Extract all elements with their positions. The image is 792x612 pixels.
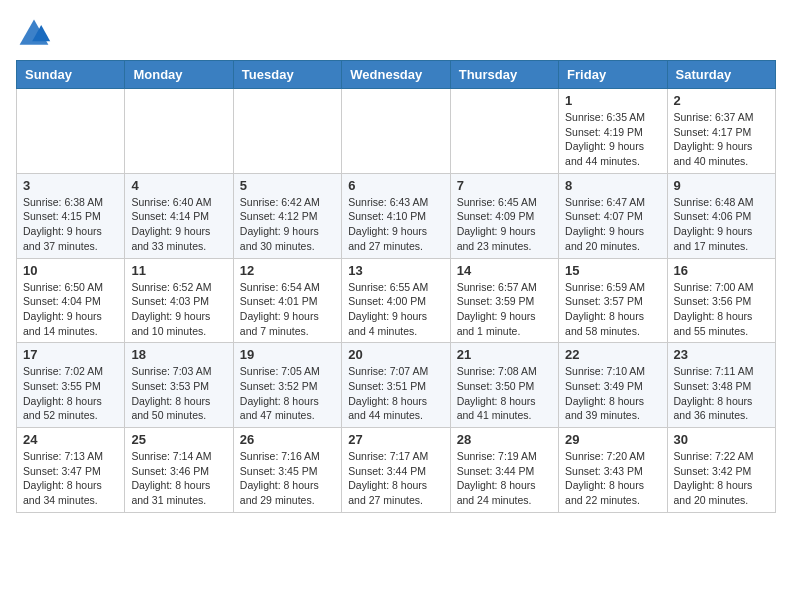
calendar-cell: 18Sunrise: 7:03 AM Sunset: 3:53 PM Dayli… — [125, 343, 233, 428]
day-detail: Sunrise: 6:37 AM Sunset: 4:17 PM Dayligh… — [674, 110, 769, 169]
calendar-cell: 9Sunrise: 6:48 AM Sunset: 4:06 PM Daylig… — [667, 173, 775, 258]
calendar-cell: 26Sunrise: 7:16 AM Sunset: 3:45 PM Dayli… — [233, 428, 341, 513]
day-detail: Sunrise: 6:38 AM Sunset: 4:15 PM Dayligh… — [23, 195, 118, 254]
day-detail: Sunrise: 7:00 AM Sunset: 3:56 PM Dayligh… — [674, 280, 769, 339]
calendar-week-row: 3Sunrise: 6:38 AM Sunset: 4:15 PM Daylig… — [17, 173, 776, 258]
day-detail: Sunrise: 6:59 AM Sunset: 3:57 PM Dayligh… — [565, 280, 660, 339]
calendar-week-row: 10Sunrise: 6:50 AM Sunset: 4:04 PM Dayli… — [17, 258, 776, 343]
calendar-cell: 30Sunrise: 7:22 AM Sunset: 3:42 PM Dayli… — [667, 428, 775, 513]
calendar-cell: 7Sunrise: 6:45 AM Sunset: 4:09 PM Daylig… — [450, 173, 558, 258]
day-detail: Sunrise: 7:17 AM Sunset: 3:44 PM Dayligh… — [348, 449, 443, 508]
day-number: 14 — [457, 263, 552, 278]
calendar-table: SundayMondayTuesdayWednesdayThursdayFrid… — [16, 60, 776, 513]
day-number: 22 — [565, 347, 660, 362]
calendar-header-row: SundayMondayTuesdayWednesdayThursdayFrid… — [17, 61, 776, 89]
day-detail: Sunrise: 7:19 AM Sunset: 3:44 PM Dayligh… — [457, 449, 552, 508]
day-detail: Sunrise: 7:10 AM Sunset: 3:49 PM Dayligh… — [565, 364, 660, 423]
day-detail: Sunrise: 6:54 AM Sunset: 4:01 PM Dayligh… — [240, 280, 335, 339]
calendar-header-saturday: Saturday — [667, 61, 775, 89]
day-number: 19 — [240, 347, 335, 362]
day-detail: Sunrise: 6:45 AM Sunset: 4:09 PM Dayligh… — [457, 195, 552, 254]
day-number: 24 — [23, 432, 118, 447]
day-detail: Sunrise: 6:40 AM Sunset: 4:14 PM Dayligh… — [131, 195, 226, 254]
calendar-cell — [450, 89, 558, 174]
day-number: 9 — [674, 178, 769, 193]
calendar-cell: 15Sunrise: 6:59 AM Sunset: 3:57 PM Dayli… — [559, 258, 667, 343]
logo — [16, 16, 56, 52]
calendar-week-row: 24Sunrise: 7:13 AM Sunset: 3:47 PM Dayli… — [17, 428, 776, 513]
calendar-cell: 23Sunrise: 7:11 AM Sunset: 3:48 PM Dayli… — [667, 343, 775, 428]
calendar-cell: 24Sunrise: 7:13 AM Sunset: 3:47 PM Dayli… — [17, 428, 125, 513]
calendar-week-row: 1Sunrise: 6:35 AM Sunset: 4:19 PM Daylig… — [17, 89, 776, 174]
calendar-header-friday: Friday — [559, 61, 667, 89]
day-number: 20 — [348, 347, 443, 362]
day-detail: Sunrise: 6:43 AM Sunset: 4:10 PM Dayligh… — [348, 195, 443, 254]
calendar-cell: 29Sunrise: 7:20 AM Sunset: 3:43 PM Dayli… — [559, 428, 667, 513]
calendar-header-thursday: Thursday — [450, 61, 558, 89]
day-detail: Sunrise: 6:35 AM Sunset: 4:19 PM Dayligh… — [565, 110, 660, 169]
day-number: 10 — [23, 263, 118, 278]
day-number: 18 — [131, 347, 226, 362]
calendar-cell — [17, 89, 125, 174]
day-detail: Sunrise: 7:02 AM Sunset: 3:55 PM Dayligh… — [23, 364, 118, 423]
day-number: 2 — [674, 93, 769, 108]
day-number: 5 — [240, 178, 335, 193]
calendar-cell: 27Sunrise: 7:17 AM Sunset: 3:44 PM Dayli… — [342, 428, 450, 513]
calendar-cell: 3Sunrise: 6:38 AM Sunset: 4:15 PM Daylig… — [17, 173, 125, 258]
day-detail: Sunrise: 7:22 AM Sunset: 3:42 PM Dayligh… — [674, 449, 769, 508]
day-detail: Sunrise: 7:16 AM Sunset: 3:45 PM Dayligh… — [240, 449, 335, 508]
calendar-cell: 4Sunrise: 6:40 AM Sunset: 4:14 PM Daylig… — [125, 173, 233, 258]
calendar-header-monday: Monday — [125, 61, 233, 89]
logo-icon — [16, 16, 52, 52]
calendar-cell: 25Sunrise: 7:14 AM Sunset: 3:46 PM Dayli… — [125, 428, 233, 513]
day-detail: Sunrise: 6:42 AM Sunset: 4:12 PM Dayligh… — [240, 195, 335, 254]
calendar-cell: 2Sunrise: 6:37 AM Sunset: 4:17 PM Daylig… — [667, 89, 775, 174]
calendar-cell: 16Sunrise: 7:00 AM Sunset: 3:56 PM Dayli… — [667, 258, 775, 343]
day-number: 7 — [457, 178, 552, 193]
day-detail: Sunrise: 7:13 AM Sunset: 3:47 PM Dayligh… — [23, 449, 118, 508]
day-detail: Sunrise: 6:52 AM Sunset: 4:03 PM Dayligh… — [131, 280, 226, 339]
calendar-cell: 14Sunrise: 6:57 AM Sunset: 3:59 PM Dayli… — [450, 258, 558, 343]
calendar-cell — [342, 89, 450, 174]
day-number: 12 — [240, 263, 335, 278]
day-detail: Sunrise: 7:08 AM Sunset: 3:50 PM Dayligh… — [457, 364, 552, 423]
calendar-cell: 5Sunrise: 6:42 AM Sunset: 4:12 PM Daylig… — [233, 173, 341, 258]
day-detail: Sunrise: 6:55 AM Sunset: 4:00 PM Dayligh… — [348, 280, 443, 339]
day-number: 4 — [131, 178, 226, 193]
calendar-cell: 8Sunrise: 6:47 AM Sunset: 4:07 PM Daylig… — [559, 173, 667, 258]
day-number: 21 — [457, 347, 552, 362]
calendar-cell — [233, 89, 341, 174]
calendar-week-row: 17Sunrise: 7:02 AM Sunset: 3:55 PM Dayli… — [17, 343, 776, 428]
calendar-cell: 10Sunrise: 6:50 AM Sunset: 4:04 PM Dayli… — [17, 258, 125, 343]
day-detail: Sunrise: 6:50 AM Sunset: 4:04 PM Dayligh… — [23, 280, 118, 339]
day-detail: Sunrise: 7:05 AM Sunset: 3:52 PM Dayligh… — [240, 364, 335, 423]
day-number: 3 — [23, 178, 118, 193]
day-number: 28 — [457, 432, 552, 447]
day-number: 26 — [240, 432, 335, 447]
calendar-cell: 6Sunrise: 6:43 AM Sunset: 4:10 PM Daylig… — [342, 173, 450, 258]
day-number: 30 — [674, 432, 769, 447]
day-number: 15 — [565, 263, 660, 278]
calendar-cell: 13Sunrise: 6:55 AM Sunset: 4:00 PM Dayli… — [342, 258, 450, 343]
day-detail: Sunrise: 6:48 AM Sunset: 4:06 PM Dayligh… — [674, 195, 769, 254]
day-detail: Sunrise: 6:57 AM Sunset: 3:59 PM Dayligh… — [457, 280, 552, 339]
day-detail: Sunrise: 7:11 AM Sunset: 3:48 PM Dayligh… — [674, 364, 769, 423]
day-number: 13 — [348, 263, 443, 278]
day-number: 1 — [565, 93, 660, 108]
day-number: 23 — [674, 347, 769, 362]
day-number: 8 — [565, 178, 660, 193]
calendar-cell: 19Sunrise: 7:05 AM Sunset: 3:52 PM Dayli… — [233, 343, 341, 428]
day-number: 25 — [131, 432, 226, 447]
day-detail: Sunrise: 7:07 AM Sunset: 3:51 PM Dayligh… — [348, 364, 443, 423]
calendar-cell: 1Sunrise: 6:35 AM Sunset: 4:19 PM Daylig… — [559, 89, 667, 174]
day-detail: Sunrise: 7:20 AM Sunset: 3:43 PM Dayligh… — [565, 449, 660, 508]
day-number: 17 — [23, 347, 118, 362]
calendar-cell: 12Sunrise: 6:54 AM Sunset: 4:01 PM Dayli… — [233, 258, 341, 343]
day-detail: Sunrise: 6:47 AM Sunset: 4:07 PM Dayligh… — [565, 195, 660, 254]
day-number: 29 — [565, 432, 660, 447]
calendar-cell: 21Sunrise: 7:08 AM Sunset: 3:50 PM Dayli… — [450, 343, 558, 428]
calendar-header-wednesday: Wednesday — [342, 61, 450, 89]
calendar-cell: 22Sunrise: 7:10 AM Sunset: 3:49 PM Dayli… — [559, 343, 667, 428]
calendar-cell: 20Sunrise: 7:07 AM Sunset: 3:51 PM Dayli… — [342, 343, 450, 428]
calendar-cell: 28Sunrise: 7:19 AM Sunset: 3:44 PM Dayli… — [450, 428, 558, 513]
